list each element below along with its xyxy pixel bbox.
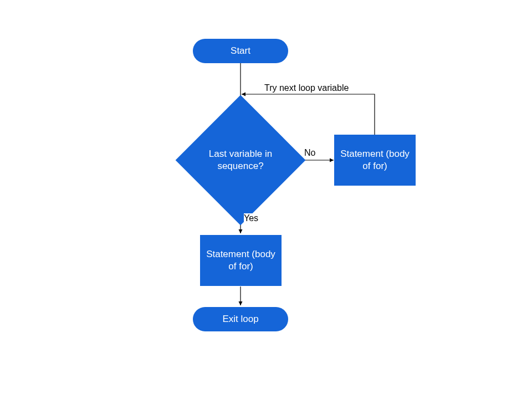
decision-shape	[176, 95, 306, 226]
loop-body-node-right: Statement (body of for)	[334, 135, 416, 186]
loop-body-node-below: Statement (body of for)	[200, 235, 282, 286]
start-label: Start	[231, 45, 250, 57]
edge-label-no: No	[304, 148, 315, 158]
flowchart-canvas: Start Last variable in sequence? Stateme…	[0, 0, 532, 399]
exit-node: Exit loop	[193, 307, 288, 331]
edge-label-loopback: Try next loop variable	[264, 83, 349, 93]
decision-node: Last variable in sequence?	[195, 114, 287, 206]
loop-body-label-below: Statement (body of for)	[203, 248, 278, 273]
start-node: Start	[193, 39, 288, 63]
loop-body-label-right: Statement (body of for)	[337, 148, 412, 172]
edge-label-yes: Yes	[244, 213, 258, 223]
exit-label: Exit loop	[222, 313, 258, 325]
